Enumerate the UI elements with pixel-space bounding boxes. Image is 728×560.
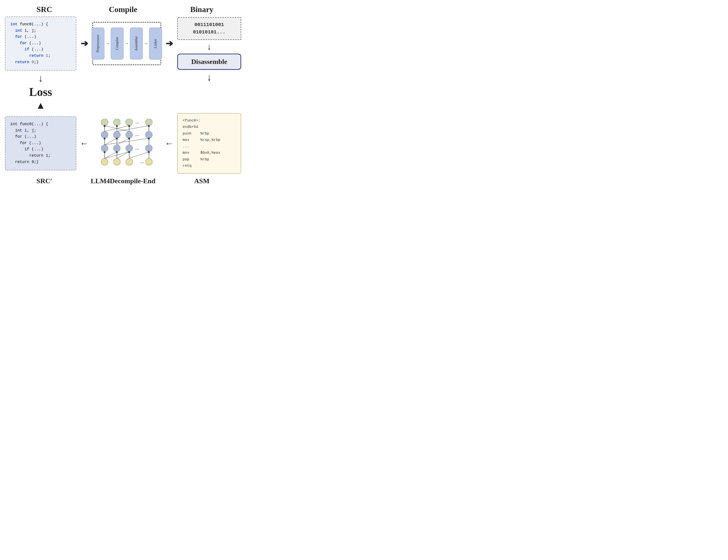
svg-point-7 — [126, 145, 133, 152]
svg-line-40 — [117, 126, 149, 131]
binary-line2: 01010101... — [193, 29, 225, 35]
arrow-nn-to-srcprime: ← — [80, 138, 89, 149]
asm-line-endbr: endbr64 — [183, 124, 236, 130]
bottom-content-row: int func0(...) { int i, j; for (...) for… — [5, 113, 241, 174]
svg-text:...: ... — [135, 145, 139, 151]
prime-kw-return2: return — [10, 160, 29, 164]
arrow-binary-to-disassemble: ↓ — [207, 42, 211, 51]
svg-line-34 — [105, 138, 149, 145]
arrow-stage-2: → — [125, 41, 129, 46]
prime-kw-for2: for — [10, 141, 27, 145]
stage-preprocessor: Preprocessor — [92, 28, 104, 60]
svg-point-2 — [126, 158, 133, 165]
asm-code-box: <func0>: endbr64 push %rbp mov %rsp,%rbp… — [177, 113, 241, 174]
svg-point-19 — [145, 119, 152, 126]
prime-kw-int: int — [10, 122, 17, 126]
arrow-disassemble-to-asm: ↓ — [207, 73, 212, 82]
svg-text:...: ... — [135, 119, 139, 125]
svg-point-17 — [126, 119, 133, 126]
svg-point-4 — [145, 158, 152, 165]
stage-assembler: Assembler — [130, 28, 143, 60]
arrow-compile-to-binary: ➔ — [166, 38, 173, 49]
prime-kw-int2: int — [10, 128, 22, 133]
loss-label: Loss — [29, 85, 52, 99]
binary-disassemble-area: 0011101001 01010101... ↓ Disassemble — [177, 17, 241, 70]
svg-point-16 — [113, 119, 120, 126]
bottom-labels-row: SRC' LLM4Decompile-End ASM — [5, 177, 241, 185]
disassemble-box: Disassemble — [177, 54, 241, 70]
prime-kw-for1: for — [10, 135, 22, 139]
svg-point-11 — [113, 131, 120, 138]
prime-kw-if: if — [10, 147, 29, 152]
arrow-stage-1: → — [105, 41, 110, 46]
svg-text:...: ... — [140, 159, 144, 164]
label-src: SRC — [5, 5, 84, 14]
asm-line-retq: retq — [183, 163, 236, 169]
stage-compiler: Compiler — [111, 28, 124, 60]
label-compile: Compile — [84, 5, 162, 14]
svg-line-25 — [117, 152, 129, 158]
src-kw-if: if — [10, 47, 29, 52]
loss-column: ↓ Loss ▲ — [5, 73, 76, 111]
top-content-row: int func0(...) { int i, j; for (...) for… — [5, 16, 241, 71]
src-code-box: int func0(...) { int i, j; for (...) for… — [5, 16, 76, 71]
arrow-asm-to-nn: ← — [165, 138, 174, 149]
svg-point-5 — [101, 145, 108, 152]
src-kw-for2: for — [10, 41, 27, 46]
src-prime-code-box: int func0(...) { int i, j; for (...) for… — [5, 116, 76, 171]
asm-line-push: push %rbp — [183, 131, 236, 137]
asm-line-pop: pop %rbp — [183, 157, 236, 163]
asm-line-mov1: mov %rsp,%rbp — [183, 137, 236, 143]
arrow-stage-3: → — [144, 41, 148, 46]
compile-stages-row: Preprocessor → Compiler → Assembler → Li… — [92, 28, 162, 60]
src-kw-int: int — [10, 22, 17, 27]
diagram-container: SRC Compile Binary int func0(...) { int … — [5, 5, 241, 185]
asm-line-func: <func0>: — [183, 118, 236, 124]
arrow-src-to-compile: ➔ — [81, 38, 88, 49]
stage-linker: Linker — [149, 28, 162, 60]
top-labels-row: SRC Compile Binary — [5, 5, 241, 14]
svg-line-24 — [105, 152, 117, 158]
svg-point-1 — [113, 158, 120, 165]
nn-svg: ... ... ... ... — [97, 119, 156, 168]
svg-point-6 — [113, 145, 120, 152]
arrow-down-to-loss: ↓ — [38, 73, 43, 84]
svg-text:...: ... — [135, 132, 139, 137]
arrow-up-from-loss: ▲ — [36, 100, 46, 111]
svg-point-10 — [101, 131, 108, 138]
asm-line-mov2: mov $0x0,%eax — [183, 150, 236, 156]
svg-point-0 — [101, 158, 108, 165]
prime-kw-return1: return — [29, 154, 44, 158]
label-asm: ASM — [162, 177, 241, 185]
src-kw-return1: return — [29, 54, 44, 58]
src-kw-for1: for — [10, 35, 22, 39]
src-kw-int2: int — [10, 29, 22, 33]
label-src-prime: SRC' — [5, 177, 84, 185]
binary-line1: 0011101001 — [194, 22, 224, 28]
compile-stages-box: Preprocessor → Compiler → Assembler → Li… — [92, 22, 161, 65]
svg-line-26 — [129, 152, 149, 158]
svg-point-15 — [101, 119, 108, 126]
binary-box: 0011101001 01010101... — [177, 17, 241, 40]
neural-network: ... ... ... ... — [92, 119, 161, 168]
asm-line-dots: ... — [183, 143, 236, 150]
src-kw-return2: return — [10, 60, 29, 64]
right-middle-arrow: ↓ — [177, 73, 241, 82]
svg-point-9 — [145, 145, 152, 152]
label-llm: LLM4Decompile-End — [84, 177, 162, 185]
svg-point-14 — [145, 131, 152, 138]
label-binary: Binary — [162, 5, 241, 14]
svg-point-12 — [126, 131, 133, 138]
